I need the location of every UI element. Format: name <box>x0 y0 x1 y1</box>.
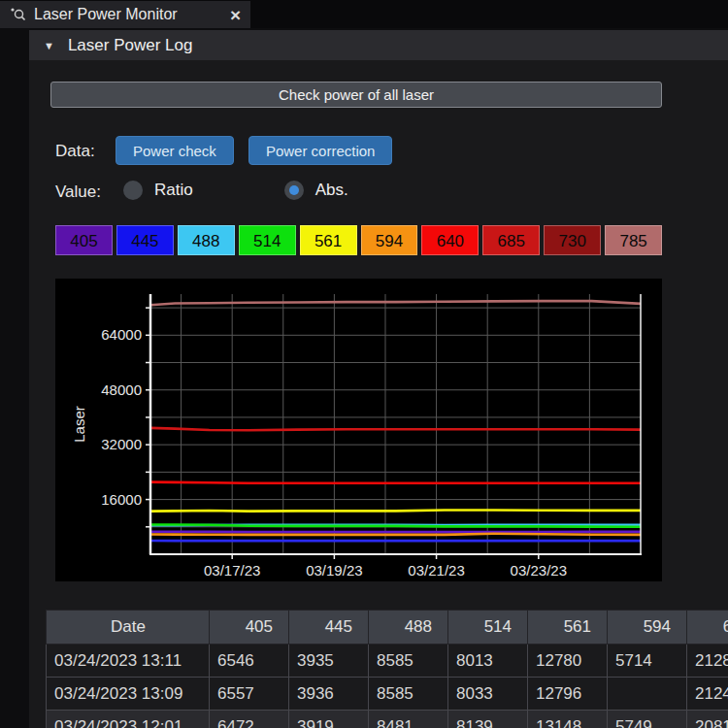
radio-label: Ratio <box>154 181 193 200</box>
cell-value: 6546 <box>210 645 289 678</box>
series-line-561 <box>150 511 641 512</box>
cell-value: 13148 <box>528 711 608 728</box>
check-power-all-laser-button[interactable]: Check power of all laser <box>50 82 662 108</box>
radio-label: Abs. <box>315 181 348 200</box>
laser-swatch-514[interactable]: 514 <box>239 225 296 255</box>
y-tick-label: 16000 <box>101 491 142 508</box>
value-options: RatioAbs. <box>123 176 440 205</box>
cell-value: 12796 <box>528 678 608 711</box>
table-row: 03/24/2023 12:01647239198481813913148574… <box>47 711 728 728</box>
table-header-405: 405 <box>210 611 289 645</box>
data-row-label: Data: <box>55 142 95 161</box>
data-buttons: Power checkPower correction <box>116 136 392 165</box>
tab-close-icon[interactable]: × <box>230 6 241 24</box>
cell-value: 8013 <box>448 645 528 678</box>
cell-value: 8585 <box>369 678 448 711</box>
tab-laser-power-monitor[interactable]: Laser Power Monitor × <box>0 1 250 28</box>
tab-bar: Laser Power Monitor × <box>0 0 728 28</box>
collapse-triangle-icon[interactable]: ▼ <box>44 40 54 51</box>
cell-date: 03/24/2023 12:01 <box>47 711 210 728</box>
radio-unselected-icon[interactable] <box>123 181 143 200</box>
series-line-594 <box>150 534 641 535</box>
cell-value: 3936 <box>289 678 369 711</box>
cell-date: 03/24/2023 13:11 <box>47 645 210 678</box>
laser-swatch-405[interactable]: 405 <box>55 225 113 255</box>
power-correction-button[interactable]: Power correction <box>248 136 393 165</box>
cell-value: 8585 <box>369 645 448 678</box>
laser-swatch-561[interactable]: 561 <box>300 225 357 255</box>
cell-value: 12780 <box>528 645 608 678</box>
section-title: Laser Power Log <box>68 36 193 55</box>
table-row: 03/24/2023 13:09655739368585803312796212… <box>47 678 728 711</box>
laser-power-log-panel: Check power of all laser Data: Power che… <box>29 60 728 728</box>
laser-swatch-594[interactable]: 594 <box>361 225 418 255</box>
table-header-488: 488 <box>369 611 448 645</box>
cell-value: 6557 <box>210 678 289 711</box>
laser-swatch-730[interactable]: 730 <box>544 225 601 255</box>
cell-value: 8139 <box>448 711 528 728</box>
x-tick-label: 03/21/23 <box>408 562 464 579</box>
cell-value <box>608 678 687 711</box>
table-row: 03/24/2023 13:11654639358585801312780571… <box>47 645 728 678</box>
cell-value: 5714 <box>608 645 687 678</box>
cell-value: 5749 <box>608 711 687 728</box>
cell-value: 2128 <box>687 645 728 678</box>
laser-swatch-640[interactable]: 640 <box>421 225 479 255</box>
table-header-445: 445 <box>289 611 369 645</box>
series-line-785 <box>150 301 641 305</box>
radio-option-ratio[interactable]: Ratio <box>123 181 193 200</box>
series-line-640 <box>150 482 641 483</box>
cell-value: 6472 <box>210 711 289 728</box>
section-header-laser-power-log[interactable]: ▼ Laser Power Log <box>29 30 728 60</box>
y-tick-label: 64000 <box>101 326 142 343</box>
table-header-514: 514 <box>448 611 528 645</box>
table-header-640: 640 <box>687 611 728 645</box>
cell-value: 8033 <box>448 678 528 711</box>
value-row-label: Value: <box>55 182 101 202</box>
x-tick-label: 03/19/23 <box>306 562 362 579</box>
laser-swatch-488[interactable]: 488 <box>178 225 235 255</box>
series-line-685 <box>150 428 641 430</box>
y-tick-label: 32000 <box>101 436 142 452</box>
laser-swatch-445[interactable]: 445 <box>116 225 174 255</box>
cell-date: 03/24/2023 13:09 <box>47 678 210 711</box>
table-body: 03/24/2023 13:11654639358585801312780571… <box>47 645 728 728</box>
laser-swatch-685[interactable]: 685 <box>482 225 540 255</box>
x-tick-label: 03/17/23 <box>204 562 260 579</box>
cell-value: 3919 <box>289 711 369 728</box>
table-header-561: 561 <box>528 611 608 645</box>
laser-power-chart: 1600032000480006400003/17/2303/19/2303/2… <box>55 279 662 581</box>
radio-selected-icon[interactable] <box>284 181 304 200</box>
laser-swatch-row: 405445488514561594640685730785 <box>55 225 662 255</box>
cell-value: 8481 <box>369 711 448 728</box>
table-header-date: Date <box>47 611 210 645</box>
y-tick-label: 48000 <box>101 381 142 398</box>
power-check-button[interactable]: Power check <box>116 136 234 165</box>
x-tick-label: 03/23/23 <box>511 562 567 579</box>
power-log-table: Date405445488514561594640 03/24/2023 13:… <box>46 610 728 728</box>
cell-value: 2081 <box>687 711 728 728</box>
table-header-594: 594 <box>608 611 687 645</box>
cell-value: 3935 <box>289 645 369 678</box>
search-monitor-icon <box>10 7 26 23</box>
radio-option-abs[interactable]: Abs. <box>284 181 348 200</box>
table-header-row: Date405445488514561594640 <box>47 611 728 645</box>
laser-swatch-785[interactable]: 785 <box>605 225 662 255</box>
tab-title: Laser Power Monitor <box>34 6 178 23</box>
y-axis-label: Laser <box>71 406 87 443</box>
chart-panel: 1600032000480006400003/17/2303/19/2303/2… <box>55 279 662 581</box>
cell-value: 2124 <box>687 678 728 711</box>
